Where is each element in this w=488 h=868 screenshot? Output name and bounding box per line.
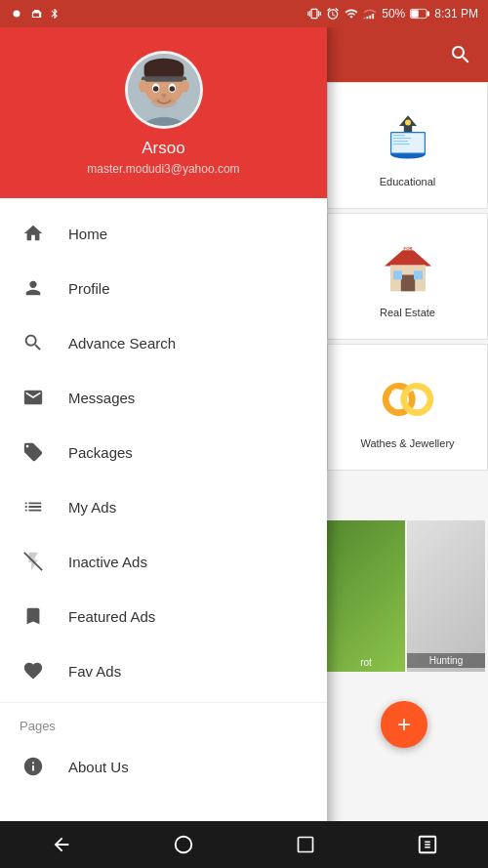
status-bar-left-icons <box>10 7 61 21</box>
menu-button[interactable] <box>398 821 457 868</box>
drawer-menu: Home Profile Advance Search Messages <box>0 198 327 868</box>
person-icon <box>20 274 47 302</box>
svg-rect-13 <box>393 141 408 142</box>
fav-ads-icon <box>20 657 47 684</box>
svg-rect-2 <box>370 16 372 20</box>
educational-label: Educational <box>380 176 436 187</box>
svg-rect-12 <box>393 138 411 139</box>
my-ads-label: My Ads <box>68 499 116 516</box>
advance-search-label: Advance Search <box>68 335 176 351</box>
menu-item-my-ads[interactable]: My Ads <box>0 479 327 534</box>
battery-percentage: 50% <box>382 7 405 21</box>
svg-rect-4 <box>364 18 366 19</box>
my-ads-icon <box>20 493 47 520</box>
svg-point-37 <box>180 79 188 92</box>
svg-rect-6 <box>427 12 430 17</box>
notification-icon <box>10 7 23 21</box>
menu-item-home[interactable]: Home <box>0 206 327 261</box>
bottom-nav-bar <box>0 821 488 868</box>
pages-section-label: Pages <box>0 707 327 739</box>
card-hunting[interactable]: Hunting <box>407 520 485 672</box>
packages-label: Packages <box>68 444 133 461</box>
svg-point-40 <box>152 86 158 92</box>
home-icon <box>20 220 47 247</box>
svg-rect-10 <box>391 133 425 152</box>
messages-icon <box>20 384 47 411</box>
category-real-estate[interactable]: FOR SALE Real Estate <box>327 213 488 340</box>
real-estate-label: Real Estate <box>380 307 435 318</box>
menu-item-inactive-ads[interactable]: Inactive Ads <box>0 534 327 589</box>
category-section: Educational FOR SALE Real Estate <box>327 82 488 475</box>
menu-item-featured-ads[interactable]: Featured Ads <box>0 589 327 643</box>
svg-point-0 <box>14 11 20 18</box>
educational-icon <box>379 103 437 172</box>
svg-rect-18 <box>403 126 411 132</box>
navigation-drawer: Arsoo master.modudi3@yahoo.com Home Prof… <box>0 27 327 868</box>
svg-rect-35 <box>141 76 185 82</box>
category-educational[interactable]: Educational <box>327 82 488 209</box>
fav-ads-label: Fav Ads <box>68 663 121 680</box>
carrot-label: rot <box>327 657 405 668</box>
menu-item-fav-ads[interactable]: Fav Ads <box>0 643 327 698</box>
inactive-ads-icon <box>20 548 47 575</box>
svg-point-36 <box>139 79 147 92</box>
svg-point-42 <box>161 93 167 97</box>
menu-item-advance-search[interactable]: Advance Search <box>0 315 327 370</box>
svg-rect-3 <box>367 17 369 19</box>
avatar[interactable] <box>125 51 203 129</box>
svg-rect-23 <box>414 270 423 279</box>
category-jewellery[interactable]: Wathes & Jewellery <box>327 344 488 471</box>
menu-item-profile[interactable]: Profile <box>0 261 327 315</box>
time: 8:31 PM <box>434 7 478 21</box>
real-estate-icon: FOR SALE <box>379 234 437 303</box>
search-icon[interactable] <box>449 43 472 66</box>
svg-text:SALE: SALE <box>402 250 413 255</box>
card-carrot[interactable]: rot <box>327 520 405 672</box>
alarm-icon <box>326 7 340 21</box>
jewellery-icon <box>379 365 437 434</box>
menu-item-messages[interactable]: Messages <box>0 370 327 425</box>
drawer-email: master.modudi3@yahoo.com <box>87 162 239 176</box>
home-button[interactable] <box>154 821 213 868</box>
svg-point-41 <box>169 86 175 92</box>
svg-rect-46 <box>298 838 312 852</box>
svg-point-17 <box>405 119 411 125</box>
svg-rect-14 <box>393 144 410 145</box>
svg-rect-1 <box>373 14 375 19</box>
battery-icon <box>410 8 429 20</box>
featured-ads-label: Featured Ads <box>68 608 155 625</box>
home-label: Home <box>68 226 107 242</box>
profile-label: Profile <box>68 280 110 297</box>
hunting-label: Hunting <box>407 653 485 668</box>
packages-icon <box>20 438 47 466</box>
bottom-cards: rot Hunting <box>327 520 488 672</box>
featured-ads-icon <box>20 602 47 630</box>
svg-point-43 <box>151 97 177 107</box>
search-menu-icon <box>20 329 47 356</box>
drawer-username: Arsoo <box>142 139 184 158</box>
wifi-icon <box>345 7 358 21</box>
bluetooth-icon <box>49 7 61 21</box>
menu-divider <box>0 702 327 703</box>
usb-icon <box>29 7 43 21</box>
messages-label: Messages <box>68 390 135 406</box>
back-button[interactable] <box>32 821 91 868</box>
recent-apps-button[interactable] <box>276 821 335 868</box>
svg-point-45 <box>175 837 191 853</box>
menu-item-packages[interactable]: Packages <box>0 425 327 479</box>
jewellery-label: Wathes & Jewellery <box>360 437 454 449</box>
svg-rect-7 <box>412 10 420 18</box>
menu-item-about-us[interactable]: About Us <box>0 739 327 794</box>
drawer-header: Arsoo master.modudi3@yahoo.com <box>0 27 327 198</box>
about-us-icon <box>20 753 47 780</box>
signal-icon <box>363 7 377 21</box>
inactive-ads-label: Inactive Ads <box>68 554 147 570</box>
status-bar: 50% 8:31 PM <box>0 0 488 27</box>
about-us-label: About Us <box>68 759 129 775</box>
svg-rect-34 <box>143 64 183 78</box>
svg-rect-21 <box>400 274 414 291</box>
svg-rect-11 <box>393 135 405 136</box>
vibrate-icon <box>307 7 321 21</box>
fab-button[interactable]: + <box>381 701 427 748</box>
status-bar-right-icons: 50% 8:31 PM <box>307 7 478 21</box>
